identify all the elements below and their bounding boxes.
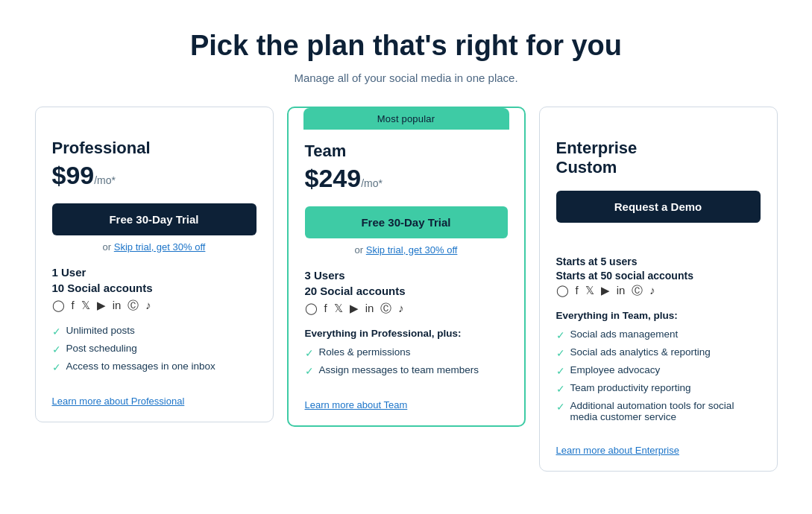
feature-list-professional: ✓Unlimited posts ✓Post scheduling ✓Acces… [52,325,256,373]
instagram-icon: ◯ [305,302,318,316]
plan-users-team: 3 Users [305,269,508,282]
check-icon: ✓ [556,329,565,341]
twitter-icon: 𝕏 [334,302,343,316]
feature-item: ✓Post scheduling [52,343,256,355]
feature-item: ✓Team productivity reporting [556,382,761,395]
trial-button-professional[interactable]: Free 30-Day Trial [52,203,256,235]
price-suffix-professional: /mo* [94,174,116,186]
facebook-icon: f [72,299,75,313]
plans-container: Professional $99/mo* Free 30-Day Trial o… [15,107,797,472]
pinterest-icon: Ⓒ [380,302,391,316]
facebook-icon: f [576,284,579,298]
feature-list-team: ✓Roles & permissions ✓Assign messages to… [305,346,508,377]
skip-link-team[interactable]: Skip trial, get 30% off [366,244,458,256]
feature-list-enterprise: ✓Social ads management ✓Social ads analy… [556,329,761,422]
plan-price-team: $249/mo* [305,164,508,193]
trial-button-team[interactable]: Free 30-Day Trial [305,206,508,238]
linkedin-icon: in [113,299,122,313]
tiktok-icon: ♪ [649,284,655,298]
twitter-icon: 𝕏 [585,284,594,298]
plan-card-team: Most popular Team $249/mo* Free 30-Day T… [287,107,526,427]
linkedin-icon: in [365,302,374,316]
social-icons-professional: ◯ f 𝕏 ▶ in Ⓒ ♪ [52,299,256,313]
enterprise-starts-accounts: Starts at 50 social accounts [556,270,761,282]
tiktok-icon: ♪ [145,299,151,313]
tiktok-icon: ♪ [398,302,404,316]
plan-name-enterprise: EnterpriseCustom [556,139,761,178]
social-icons-enterprise: ◯ f 𝕏 ▶ in Ⓒ ♪ [556,284,761,298]
feature-item: ✓Social ads management [556,329,761,341]
price-amount-professional: $99 [52,161,95,189]
check-icon: ✓ [52,326,61,337]
price-suffix-team: /mo* [361,177,383,189]
plan-card-professional: Professional $99/mo* Free 30-Day Trial o… [35,107,274,422]
feature-item: ✓Employee advocacy [556,364,761,377]
feature-item: ✓Access to messages in one inbox [52,361,256,373]
check-icon: ✓ [52,343,61,355]
skip-trial-team: or Skip trial, get 30% off [305,244,508,256]
check-icon: ✓ [556,383,565,395]
youtube-icon: ▶ [97,299,106,313]
linkedin-icon: in [617,284,626,298]
page-subtitle: Manage all of your social media in one p… [294,72,517,84]
youtube-icon: ▶ [601,284,610,298]
page-title: Pick the plan that's right for you [190,30,622,63]
skip-trial-professional: or Skip trial, get 30% off [52,241,256,253]
plan-name-professional: Professional [52,139,256,158]
learn-more-professional[interactable]: Learn more about Professional [52,388,256,407]
instagram-icon: ◯ [52,299,65,313]
feature-item: ✓Social ads analytics & reporting [556,346,761,359]
facebook-icon: f [324,302,327,316]
price-amount-team: $249 [305,164,362,192]
check-icon: ✓ [52,361,61,373]
check-icon: ✓ [556,365,565,377]
feature-item: ✓Roles & permissions [305,346,508,359]
check-icon: ✓ [556,401,565,413]
features-label-enterprise: Everything in Team, plus: [556,310,761,321]
youtube-icon: ▶ [350,302,359,316]
skip-link-professional[interactable]: Skip trial, get 30% off [114,241,206,253]
feature-item: ✓Additional automation tools for social … [556,400,761,422]
pinterest-icon: Ⓒ [128,299,139,313]
check-icon: ✓ [305,347,314,359]
instagram-icon: ◯ [556,284,569,298]
pinterest-icon: Ⓒ [632,284,643,298]
plan-name-team: Team [305,142,508,161]
feature-item: ✓Unlimited posts [52,325,256,337]
social-icons-team: ◯ f 𝕏 ▶ in Ⓒ ♪ [305,302,508,316]
check-icon: ✓ [556,347,565,359]
features-label-team: Everything in Professional, plus: [305,328,508,339]
enterprise-starts-users: Starts at 5 users [556,256,761,267]
plan-price-professional: $99/mo* [52,161,256,190]
feature-item: ✓Assign messages to team members [305,364,508,377]
learn-more-enterprise[interactable]: Learn more about Enterprise [556,437,761,456]
plan-card-enterprise: EnterpriseCustom Request a Demo Starts a… [539,107,778,472]
most-popular-badge: Most popular [303,108,509,130]
plan-accounts-professional: 10 Social accounts [52,282,256,294]
plan-accounts-team: 20 Social accounts [305,285,508,297]
twitter-icon: 𝕏 [81,299,90,313]
demo-button-enterprise[interactable]: Request a Demo [556,191,761,223]
plan-users-professional: 1 User [52,266,256,279]
check-icon: ✓ [305,365,314,377]
learn-more-team[interactable]: Learn more about Team [305,392,508,410]
